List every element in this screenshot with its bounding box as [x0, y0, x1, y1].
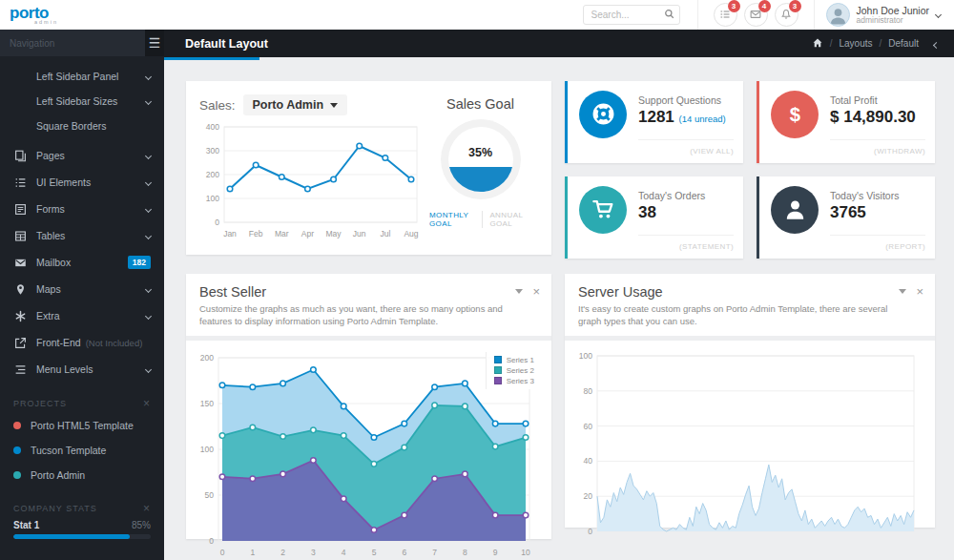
user-role: administrator	[857, 16, 929, 26]
sales-header: Sales: Porto Admin	[199, 94, 423, 115]
home-icon[interactable]	[812, 37, 823, 51]
sidebar-item-square-borders[interactable]: Square Borders	[0, 114, 164, 138]
card-footer: (WITHDRAW)	[830, 139, 925, 156]
svg-text:80: 80	[584, 385, 593, 395]
panel-tools: ×	[515, 285, 540, 298]
sidebar-item-left-sidebar-sizes[interactable]: Left Sidebar Sizes	[0, 89, 164, 114]
project-porto-admin[interactable]: Porto Admin	[13, 463, 151, 487]
sidebar-item-label: UI Elements	[36, 176, 91, 188]
pages-icon	[13, 149, 27, 162]
sidebar-item-forms[interactable]: Forms	[0, 196, 164, 222]
svg-text:150: 150	[200, 399, 214, 408]
svg-text:Jan: Jan	[223, 229, 237, 239]
close-panel-icon[interactable]: ×	[532, 285, 540, 298]
sidebar-items: PagesUI ElementsFormsTablesMailbox182Map…	[0, 142, 164, 383]
chevron-down-icon	[935, 11, 942, 18]
close-icon[interactable]: ×	[143, 503, 151, 514]
sidebar-item-label: Mailbox	[36, 257, 71, 268]
collapse-panel-icon[interactable]	[899, 289, 906, 294]
sidebar-item-note: (Not Included)	[86, 338, 143, 348]
breadcrumb-item-layouts[interactable]: Layouts	[840, 38, 873, 49]
logo[interactable]: porto admin	[0, 5, 164, 26]
header-right: 343 John Doe Junior administrator	[583, 0, 954, 30]
caret-down-icon	[330, 103, 338, 108]
sidebar: ☰ Left Sidebar PanelLeft Sidebar SizesSq…	[0, 30, 164, 560]
collapse-panel-icon[interactable]	[515, 289, 523, 294]
svg-text:8: 8	[463, 548, 467, 557]
progress-fill	[13, 534, 130, 539]
sidebar-toggle-button[interactable]: ☰	[145, 30, 164, 56]
svg-text:$: $	[789, 103, 799, 124]
sales-project-dropdown[interactable]: Porto Admin	[243, 94, 348, 115]
goal-tab-monthly-goal[interactable]: MONTHLY GOAL	[423, 211, 482, 228]
legend-swatch	[494, 366, 502, 374]
sidebar-item-menu-levels[interactable]: Menu Levels	[0, 356, 164, 383]
front-end-icon	[13, 336, 27, 349]
svg-text:3: 3	[311, 548, 316, 557]
projects-title: Projects	[13, 399, 67, 408]
svg-text:9: 9	[493, 548, 498, 557]
svg-text:40: 40	[584, 456, 593, 466]
card-action-link[interactable]: (VIEW ALL)	[690, 147, 734, 156]
legend-swatch	[494, 377, 502, 384]
close-panel-icon[interactable]: ×	[916, 285, 923, 298]
panel-tools: ×	[899, 285, 923, 298]
forms-icon	[13, 202, 27, 216]
stat-card-support-questions: Support Questions1281 (14 unread)(VIEW A…	[565, 81, 743, 163]
legend-label: Series 1	[507, 356, 534, 364]
card-action-link[interactable]: (REPORT)	[885, 242, 925, 251]
sidebar-item-label: Tables	[36, 230, 65, 241]
sidebar-search-input[interactable]	[0, 30, 145, 56]
top-header: porto admin 343 John Doe Junior administ…	[0, 0, 954, 30]
maps-icon	[13, 282, 27, 296]
dashboard-grid: Sales: Porto Admin 0100200300400JanFebMa…	[164, 60, 954, 539]
tasks-button[interactable]: 3	[714, 3, 737, 27]
breadcrumb: /Layouts/Default	[812, 37, 919, 51]
best-seller-title: Best Seller	[199, 284, 538, 300]
life-ring-icon	[591, 101, 616, 129]
svg-text:200: 200	[206, 170, 219, 179]
card-icon-circle: $	[771, 91, 819, 138]
svg-text:20: 20	[584, 491, 593, 501]
project-tucson-template[interactable]: Tucson Template	[13, 438, 151, 463]
bell-button[interactable]: 3	[775, 3, 798, 27]
sidebar-item-ui-elements[interactable]: UI Elements	[0, 169, 164, 196]
envelope-button[interactable]: 4	[744, 3, 768, 27]
sidebar-item-extra[interactable]: Extra	[0, 302, 164, 329]
svg-text:60: 60	[584, 421, 593, 430]
legend-item-series-3: Series 3	[494, 377, 534, 385]
card-texts: Total Profit$ 14,890.30	[830, 91, 916, 138]
sidebar-item-left-sidebar-panel[interactable]: Left Sidebar Panel	[0, 64, 164, 89]
card-title: Support Questions	[638, 94, 726, 106]
close-icon[interactable]: ×	[143, 398, 151, 409]
sidebar-item-label: Pages	[36, 150, 65, 161]
sidebar-item-maps[interactable]: Maps	[0, 276, 164, 302]
sidebar-item-label: Front-End	[36, 337, 81, 348]
user-icon	[781, 196, 809, 225]
user-menu[interactable]: John Doe Junior administrator	[815, 3, 954, 27]
card-action-link[interactable]: (WITHDRAW)	[874, 147, 925, 156]
sidebar-item-tables[interactable]: Tables	[0, 222, 164, 249]
chevron-down-icon	[145, 312, 152, 319]
collapse-button[interactable]	[934, 38, 939, 50]
best-seller-header: Best Seller Customize the graphs as much…	[186, 274, 551, 336]
search-icon[interactable]	[664, 9, 674, 21]
goal-tab-annual-goal[interactable]: ANNUAL GOAL	[482, 211, 538, 228]
project-porto-html5-template[interactable]: Porto HTML5 Template	[13, 413, 151, 438]
breadcrumb-item-default[interactable]: Default	[888, 38, 919, 49]
card-value: $ 14,890.30	[830, 108, 916, 127]
svg-text:6: 6	[402, 548, 406, 557]
legend-label: Series 2	[507, 366, 534, 375]
sales-panel: Sales: Porto Admin 0100200300400JanFebMa…	[186, 81, 551, 255]
hamburger-icon: ☰	[149, 35, 161, 51]
main-content: Default Layout /Layouts/Default Sales: P…	[164, 30, 954, 560]
card-footer: (REPORT)	[830, 235, 925, 251]
project-dot	[13, 446, 21, 454]
svg-text:1: 1	[250, 548, 255, 557]
sidebar-item-pages[interactable]: Pages	[0, 142, 164, 169]
sidebar-item-front-end[interactable]: Front-End(Not Included)	[0, 329, 164, 356]
sidebar-item-mailbox[interactable]: Mailbox182	[0, 249, 164, 276]
card-action-link[interactable]: (STATEMENT)	[679, 242, 734, 251]
svg-text:Feb: Feb	[249, 229, 263, 239]
menu-levels-icon	[13, 363, 27, 376]
